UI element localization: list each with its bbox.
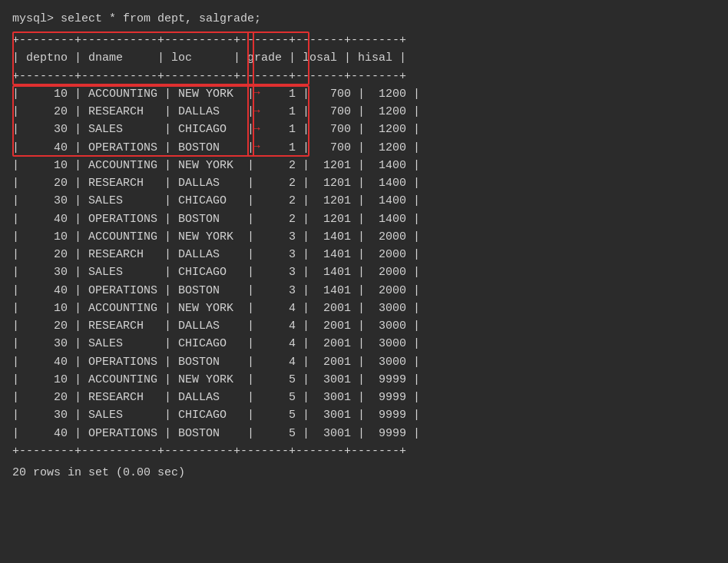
table-row: | 20 | RESEARCH | DALLAS | 3 | 1401 | 20… <box>12 246 420 263</box>
table-row: | 30 | SALES | CHICAGO | 2 | 1201 | 1400… <box>12 192 420 210</box>
table-row: | 40 | OPERATIONS | BOSTON | 3 | 1401 | … <box>12 282 420 300</box>
table-row: | 10 | ACCOUNTING | NEW YORK | 3 | 1401 … <box>12 228 420 246</box>
table-row: | 30 | SALES | CHICAGO | 1 | 700 | 1200 … <box>12 121 420 138</box>
table-row: | 40 | OPERATIONS | BOSTON | 4 | 2001 | … <box>12 353 420 371</box>
table-container: +--------+-----------+----------+-------… <box>12 31 716 460</box>
table-row: | 30 | SALES | CHICAGO | 4 | 2001 | 3000… <box>12 335 420 353</box>
table-row: | 10 | ACCOUNTING | NEW YORK | 5 | 3001 … <box>12 371 420 389</box>
table-row: | 20 | RESEARCH | DALLAS | 5 | 3001 | 99… <box>12 389 420 406</box>
table-row: | 20 | RESEARCH | DALLAS | 2 | 1201 | 14… <box>12 174 420 192</box>
table-row: | 10 | ACCOUNTING | NEW YORK | 2 | 1201 … <box>12 157 420 174</box>
table-row: | 40 | OPERATIONS | BOSTON | 5 | 3001 | … <box>12 425 420 442</box>
table-row: | 10 | ACCOUNTING | NEW YORK | 4 | 2001 … <box>12 300 420 317</box>
table-row: | 10 | ACCOUNTING | NEW YORK | 1 | 700 |… <box>12 85 420 103</box>
table-row: | 20 | RESEARCH | DALLAS | 4 | 2001 | 30… <box>12 317 420 335</box>
query: select * from dept, salgrade; <box>61 12 261 25</box>
prompt: mysql> <box>12 12 61 25</box>
command-line: mysql> select * from dept, salgrade; <box>12 12 716 25</box>
table-row: | 40 | OPERATIONS | BOSTON | 1 | 700 | 1… <box>12 139 420 157</box>
table-row: | 30 | SALES | CHICAGO | 5 | 3001 | 9999… <box>12 406 420 424</box>
result-line: 20 rows in set (0.00 sec) <box>12 466 716 479</box>
table-row: | 40 | OPERATIONS | BOSTON | 2 | 1201 | … <box>12 210 420 228</box>
table-row: | 20 | RESEARCH | DALLAS | 1 | 700 | 120… <box>12 103 420 121</box>
table-row: | 30 | SALES | CHICAGO | 3 | 1401 | 2000… <box>12 263 420 281</box>
terminal-window: mysql> select * from dept, salgrade; +--… <box>12 12 716 479</box>
